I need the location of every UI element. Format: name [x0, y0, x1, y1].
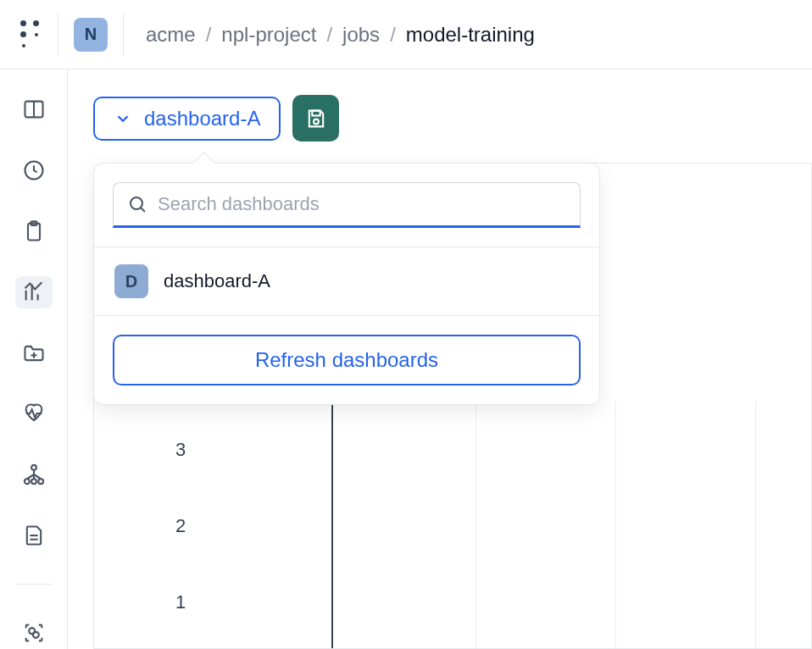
svg-point-24 [131, 197, 142, 209]
save-icon [304, 107, 328, 130]
search-input[interactable] [158, 193, 566, 215]
search-box [113, 182, 581, 228]
svg-point-13 [38, 480, 43, 485]
dashboard-item-avatar: D [114, 264, 148, 298]
svg-point-11 [24, 480, 29, 485]
document-icon[interactable] [15, 519, 53, 552]
scan-icon[interactable] [15, 617, 53, 649]
svg-rect-22 [312, 110, 320, 115]
dashboard-dropdown: D dashboard-A Refresh dashboards [93, 163, 600, 405]
heartbeat-icon[interactable] [15, 398, 53, 430]
columns-icon[interactable] [15, 93, 53, 125]
chart-y-tick: 2 [175, 515, 186, 537]
chevron-down-icon [114, 109, 132, 128]
clock-icon[interactable] [15, 154, 53, 186]
svg-point-12 [31, 480, 36, 485]
workspace-avatar[interactable]: N [74, 18, 108, 52]
dashboard-list: D dashboard-A [94, 247, 599, 316]
dashboard-selector[interactable]: dashboard-A [93, 97, 281, 141]
breadcrumb-item[interactable]: jobs [342, 23, 380, 47]
svg-point-21 [32, 632, 38, 638]
app-menu-icon[interactable] [17, 22, 42, 47]
breadcrumb-separator: / [390, 23, 396, 47]
chart-gridline [476, 401, 476, 648]
divider [123, 14, 124, 56]
divider [58, 14, 58, 56]
svg-point-10 [31, 465, 36, 470]
clipboard-icon[interactable] [15, 215, 53, 247]
dashboard-selector-label: dashboard-A [144, 107, 260, 130]
folder-plus-icon[interactable] [15, 337, 53, 369]
breadcrumb: acme / npl-project / jobs / model-traini… [146, 23, 535, 47]
chart-gridline [755, 401, 756, 648]
topbar: N acme / npl-project / jobs / model-trai… [0, 0, 812, 69]
main-content: dashboard-A 3 2 1 D [68, 69, 812, 649]
dashboard-item-name: dashboard-A [164, 270, 270, 292]
save-button[interactable] [292, 95, 339, 141]
chart-y-axis [331, 401, 333, 648]
network-icon[interactable] [15, 458, 53, 491]
chart-gridline [615, 401, 616, 648]
chart-y-tick: 3 [175, 439, 186, 461]
chart-y-tick: 1 [175, 591, 186, 613]
breadcrumb-separator: / [326, 23, 332, 47]
search-icon [127, 194, 147, 214]
svg-line-25 [141, 208, 145, 212]
refresh-dashboards-button[interactable]: Refresh dashboards [113, 335, 581, 386]
search-wrap [94, 164, 599, 247]
breadcrumb-item[interactable]: acme [146, 23, 196, 47]
breadcrumb-item-current[interactable]: model-training [406, 23, 535, 47]
dashboard-header: dashboard-A [93, 95, 787, 141]
chart-icon[interactable] [15, 276, 53, 308]
svg-point-23 [314, 119, 319, 124]
dashboard-list-item[interactable]: D dashboard-A [94, 247, 599, 315]
sidebar [0, 69, 68, 649]
breadcrumb-item[interactable]: npl-project [221, 23, 316, 47]
breadcrumb-separator: / [206, 23, 212, 47]
sidebar-separator [15, 584, 53, 585]
